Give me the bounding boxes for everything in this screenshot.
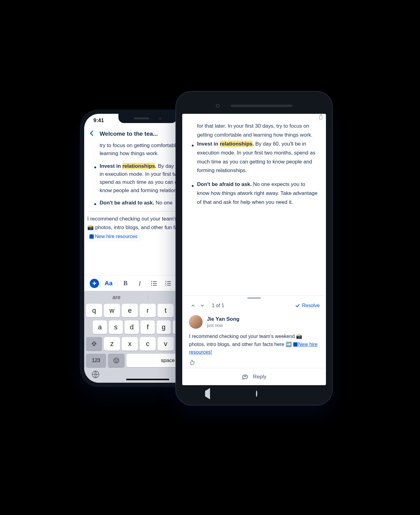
chevron-left-icon <box>89 130 95 137</box>
emoji-icon <box>113 357 120 364</box>
comment-sheet: 1 of 1 Resolve Jie Yan Song just now <box>182 295 326 385</box>
key-a[interactable]: a <box>93 320 107 334</box>
android-nav-bar <box>182 385 326 402</box>
key-t[interactable]: t <box>158 304 174 317</box>
shift-key[interactable] <box>86 337 102 351</box>
comment-timestamp: just now <box>207 323 240 328</box>
key-v[interactable]: v <box>158 337 174 351</box>
text-style-button[interactable]: Aa <box>101 277 116 290</box>
bulleted-list-icon <box>151 281 157 286</box>
reply-bar[interactable]: Reply <box>182 368 326 385</box>
key-c[interactable]: c <box>140 337 156 351</box>
triangle-back-icon <box>205 388 210 399</box>
camera-emoji: 📸 <box>296 334 302 339</box>
prev-comment-button[interactable] <box>188 301 198 310</box>
key-x[interactable]: x <box>122 337 138 351</box>
comment-item: Jie Yan Song just now I recommend checki… <box>182 313 326 368</box>
circle-home-icon <box>256 390 257 397</box>
doc-bullet-ask[interactable]: Don't be afraid to ask. No one expects y… <box>197 180 318 207</box>
key-z[interactable]: z <box>104 337 120 351</box>
insert-plus-button[interactable]: + <box>87 277 101 290</box>
key-s[interactable]: s <box>109 320 123 334</box>
globe-key[interactable] <box>92 370 100 380</box>
thumbs-up-icon <box>189 359 195 365</box>
key-r[interactable]: r <box>140 304 156 317</box>
chevron-down-icon <box>200 303 205 308</box>
doc-bullet-invest[interactable]: Invest in relationships. By day 60, you'… <box>197 140 318 175</box>
svg-point-1 <box>115 360 116 360</box>
svg-point-2 <box>117 360 117 360</box>
iphone-notch <box>118 114 177 123</box>
reply-label: Reply <box>253 374 266 380</box>
highlighted-text[interactable]: relationships <box>220 141 253 147</box>
next-comment-button[interactable] <box>198 301 207 310</box>
key-g[interactable]: g <box>157 320 171 334</box>
check-icon <box>295 303 300 308</box>
home-indicator[interactable] <box>126 379 169 380</box>
doc-paragraph-cutoff[interactable]: for that later. In your first 30 days, t… <box>190 122 318 140</box>
doc-icon <box>89 234 94 239</box>
like-button[interactable] <box>189 359 319 367</box>
android-device: for that later. In your first 30 days, t… <box>175 91 333 406</box>
plus-icon: + <box>90 279 99 288</box>
chevron-up-icon <box>191 303 196 308</box>
sheet-drag-handle[interactable] <box>247 297 261 299</box>
shift-icon <box>91 341 97 347</box>
comment-body: I recommend checking out your team's wee… <box>189 332 319 356</box>
key-q[interactable]: q <box>86 304 102 317</box>
globe-icon <box>92 370 100 378</box>
toolbar-divider <box>117 280 117 287</box>
comment-counter: 1 of 1 <box>212 303 224 308</box>
page-link-chip[interactable]: New hire resources <box>87 232 140 241</box>
nav-home-button[interactable] <box>256 391 257 397</box>
nav-back-button[interactable] <box>205 391 210 397</box>
key-e[interactable]: e <box>122 304 138 317</box>
status-time: 9:41 <box>93 117 104 123</box>
emoji-key[interactable] <box>108 354 125 367</box>
key-d[interactable]: d <box>125 320 139 334</box>
doc-icon <box>293 342 298 347</box>
android-hardware-top <box>182 98 326 114</box>
android-screen: for that later. In your first 30 days, t… <box>182 114 326 385</box>
avatar[interactable] <box>189 315 203 329</box>
svg-point-0 <box>113 358 119 363</box>
highlighted-text[interactable]: relationships <box>122 163 155 169</box>
arrow-emoji: ➡️ <box>286 342 292 347</box>
camera-emoji: 📸 <box>87 225 94 230</box>
comment-icon <box>242 373 249 380</box>
key-f[interactable]: f <box>141 320 155 334</box>
numbered-list-button[interactable] <box>161 277 175 290</box>
battery-icon <box>319 115 322 119</box>
comment-author: Jie Yan Song <box>207 316 240 322</box>
sheet-header: 1 of 1 Resolve <box>182 300 326 313</box>
suggestion-1[interactable]: are <box>85 293 148 302</box>
numbers-key[interactable]: 123 <box>86 354 106 367</box>
bulleted-list-button[interactable] <box>147 277 161 290</box>
key-w[interactable]: w <box>104 304 120 317</box>
italic-button[interactable]: I <box>133 277 147 290</box>
numbered-list-icon <box>165 281 171 286</box>
document-content[interactable]: for that later. In your first 30 days, t… <box>182 121 326 215</box>
resolve-button[interactable]: Resolve <box>295 303 320 308</box>
bold-button[interactable]: B <box>118 277 133 290</box>
back-button[interactable] <box>89 130 95 138</box>
android-status-bar <box>182 114 326 121</box>
